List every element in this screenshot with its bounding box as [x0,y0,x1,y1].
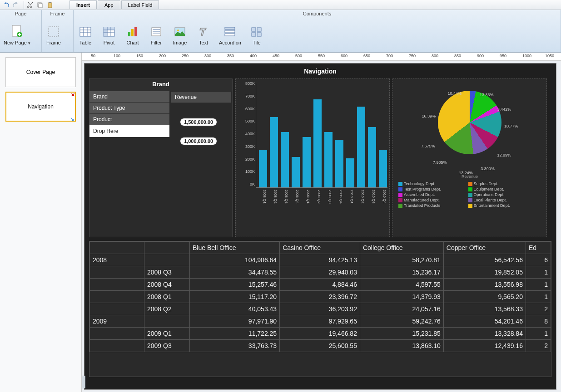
ribbon-group-frame: Frame [42,10,73,17]
paste-icon[interactable] [46,1,54,9]
bar [335,140,343,187]
accordion-icon [223,24,237,39]
svg-rect-20 [252,28,256,31]
pie-slice-label: 3.442% [497,107,511,112]
redo-icon[interactable] [12,1,20,9]
chart-button[interactable]: Chart [121,24,144,46]
svg-rect-14 [152,28,161,36]
pie-chart-panel[interactable]: 13.86%3.442%10.77%12.89%3.390%13.24%7.90… [392,78,547,237]
table-row[interactable]: 2008 Q115,117.2023,396.7214,379.939,565.… [90,291,551,303]
bar [270,117,278,187]
close-icon[interactable]: ✕ [70,92,75,98]
dimension-item[interactable]: Product Type [89,103,169,114]
collapse-handle[interactable] [82,376,85,388]
table-row[interactable]: 2009 Q333,763.7325,600.5513,863.1012,439… [90,340,551,352]
svg-rect-19 [225,34,235,36]
table-row[interactable]: 2008 Q415,257.464,884.464,597.5513,556.9… [90,279,551,291]
bar [368,127,376,187]
svg-rect-2 [48,3,52,8]
image-button[interactable]: Image [168,24,192,46]
legend-item: Assembled Dept. [398,192,468,197]
x-axis-label: 2008 Q1 [256,188,267,204]
svg-rect-22 [252,33,256,36]
filter-icon [149,24,164,39]
pie-slice-label: 13.86% [480,93,494,97]
bar [292,157,300,187]
text-icon [196,24,211,39]
pie-slice-label: 10.77% [504,124,518,128]
tab-label-field[interactable]: Label Field [121,0,159,9]
copy-icon[interactable] [36,1,44,9]
drop-here-zone[interactable]: Drop Here [89,125,169,137]
dashboard-title: Navigation [89,66,551,78]
frame-button[interactable]: Frame [42,24,65,46]
brand-filter-panel[interactable]: Brand BrandProduct TypeProduct Drop Here… [89,78,233,237]
table-row[interactable]: 2009 Q111,722.2519,466.8215,231.8513,328… [90,328,551,340]
filter-button[interactable]: Filter [144,24,168,46]
pie-slice-label: 7.675% [421,144,435,148]
pivot-button[interactable]: Pivot [97,24,121,46]
table-row[interactable]: 2008104,906.6494,425.1358,270.8156,542.5… [90,254,551,266]
accordion-button[interactable]: Accordion [215,24,245,46]
ribbon: Page New Page ▾ Frame Frame Components T… [0,10,561,53]
table-button[interactable]: Table [74,24,97,46]
svg-rect-21 [257,28,261,31]
new-page-button[interactable]: New Page ▾ [0,24,34,46]
x-axis-label: 2009 Q1 [299,188,310,204]
svg-rect-23 [257,33,261,36]
x-axis-label: 2010 Q4 [376,188,387,204]
table-row[interactable]: 2008 Q240,053.4336,203.9224,057.1613,568… [90,303,551,315]
bar [303,137,311,187]
x-axis-label: 2009 Q2 [310,188,321,204]
x-axis-label: 2008 Q2 [267,188,278,204]
chart-icon [125,24,140,39]
metric-pill-2: 1,000,000.00 [180,137,217,145]
table-row[interactable]: 2008 Q334,478.5529,940.0315,236.1719,852… [90,266,551,279]
pie-chart [438,91,501,154]
tab-insert[interactable]: Insert [70,0,97,9]
undo-icon[interactable] [2,1,10,9]
dashboard-canvas: Navigation Brand BrandProduct TypeProduc… [84,63,556,390]
svg-point-16 [177,29,179,31]
x-axis-label: 2010 Q2 [354,188,365,204]
bar-chart-panel[interactable]: 0K100K200K300K400K500K600K700K800K 2008 … [235,78,390,237]
dimension-item[interactable]: Brand [89,91,169,103]
cut-icon[interactable] [26,1,34,9]
text-button[interactable]: Text [192,24,215,46]
arrow-in-icon[interactable]: ↘ [70,116,75,121]
legend-item: Operations Dept. [468,192,538,197]
svg-rect-18 [225,30,235,33]
pie-legend: Technology Dept.Surplus Dept.Test Progra… [396,179,544,209]
legend-item: Entertainment Dept. [468,203,538,208]
x-axis-label: 2008 Q3 [278,188,288,204]
pie-slice-label: 16.39% [422,114,436,118]
x-axis-label: 2008 Q4 [288,188,299,204]
svg-rect-6 [49,27,59,37]
svg-rect-13 [134,27,137,36]
thumb-cover-page[interactable]: Cover Page [5,57,76,87]
svg-rect-11 [128,32,130,36]
bar [357,107,365,187]
legend-item: Technology Dept. [398,181,468,186]
svg-rect-12 [131,29,134,36]
pie-slice-label: 12.89% [497,153,511,157]
bar [324,132,333,187]
page-thumbnail-panel: Cover Page ✕ Navigation ↘ [0,53,82,392]
image-icon [173,24,187,39]
thumb-navigation[interactable]: ✕ Navigation ↘ [5,92,76,122]
data-table-panel[interactable]: Blue Bell OfficeCasino OfficeCollege Off… [89,241,551,377]
x-axis-label: 2010 Q1 [343,188,354,204]
bar [313,99,322,187]
pie-slice-label: 3.390% [481,167,495,171]
horizontal-ruler: 5010015020025030035040045050055060065070… [82,53,561,61]
tile-button[interactable]: Tile [245,24,268,46]
bar [379,150,387,187]
top-toolbar: Insert App Label Field [0,0,561,10]
pie-slice-label: 7.905% [433,160,447,165]
tab-app[interactable]: App [98,0,120,9]
pie-slice-label: 13.24% [459,171,473,175]
x-axis-label: 2010 Q3 [365,188,376,204]
table-row[interactable]: 200997,971.9097,929.6559,242.7654,201.46… [90,315,551,328]
bar [346,158,354,187]
dimension-item[interactable]: Product [89,114,169,125]
